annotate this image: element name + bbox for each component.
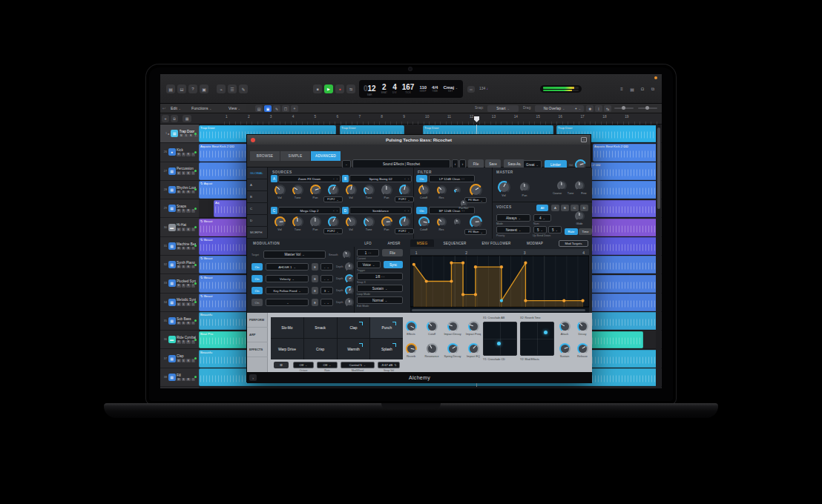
stop-button[interactable]: ■: [313, 84, 322, 93]
record-enable-button[interactable]: R: [186, 209, 191, 213]
mute-button[interactable]: M: [177, 340, 181, 344]
source-name-menu[interactable]: Mega Clap 2‹ ›: [278, 207, 341, 214]
marquee-tool-icon[interactable]: ☐: [282, 105, 289, 112]
track-header[interactable]: 30▬Hi-HatMSRI: [160, 218, 199, 236]
solo-button[interactable]: S: [182, 302, 186, 306]
mseg-current-selector[interactable]: 1‹ ›: [357, 249, 379, 256]
inspector-icon[interactable]: ⊟: [177, 84, 186, 93]
voices-all-button[interactable]: All: [536, 205, 548, 211]
pan-knob[interactable]: [310, 185, 321, 196]
reverb-knob[interactable]: [406, 343, 417, 354]
mod-edit-badge[interactable]: E: [312, 263, 318, 271]
impact-decay-knob[interactable]: [447, 321, 458, 332]
solo-button[interactable]: S: [182, 247, 186, 251]
xy-dot[interactable]: [544, 331, 548, 334]
rail-item-d[interactable]: D: [247, 215, 268, 227]
fx-main-knob[interactable]: [470, 184, 482, 196]
cutoff-knob[interactable]: [427, 321, 438, 332]
mseg-trigger-menu[interactable]: Voice⌄: [357, 261, 381, 268]
source-letter-badge[interactable]: C: [271, 207, 277, 214]
track-header[interactable]: 37▦ClapMSRI: [160, 349, 199, 368]
track-header[interactable]: 27▦PercussionMSRI: [160, 162, 199, 181]
release-knob[interactable]: [577, 343, 588, 354]
input-monitor-button[interactable]: I: [191, 378, 196, 382]
mixer-icon[interactable]: ☰: [228, 84, 237, 93]
record-enable-button[interactable]: R: [186, 322, 191, 325]
filter-type-menu[interactable]: LP 12dB Clean‹ ›: [429, 175, 475, 182]
tune-knob[interactable]: [364, 216, 375, 228]
record-enable-button[interactable]: R: [186, 190, 191, 194]
record-button[interactable]: ●: [335, 84, 344, 93]
tune-knob[interactable]: [292, 185, 303, 196]
mute-button[interactable]: M: [177, 171, 181, 175]
mseg-envelope-editor[interactable]: 1234: [410, 249, 589, 313]
smooth-knob[interactable]: [343, 251, 351, 259]
voice-a-button[interactable]: A: [551, 205, 559, 211]
coarse-knob[interactable]: [557, 181, 567, 190]
metronome-icon[interactable]: ♩: [487, 86, 490, 90]
mute-button[interactable]: M: [177, 265, 181, 269]
mod-targets-button[interactable]: Mod Targets: [559, 240, 588, 247]
solo-button[interactable]: S: [182, 209, 186, 213]
octave-control[interactable]: Off⌄: [293, 362, 314, 368]
list-editors-icon[interactable]: ≡: [617, 84, 626, 93]
record-enable-button[interactable]: R: [189, 134, 194, 138]
xy-dot[interactable]: [497, 342, 501, 345]
key-display[interactable]: Cmaj ⌄ KEY: [443, 85, 458, 93]
menu-functions[interactable]: Functions ⌄: [191, 106, 211, 110]
mod-curve-menu[interactable]: -⌄: [320, 275, 333, 282]
mod-tab-modmap[interactable]: MODMAP: [520, 239, 550, 247]
depth-knob[interactable]: [345, 262, 354, 271]
vertical-zoom-slider[interactable]: [614, 107, 634, 109]
mute-button[interactable]: M: [177, 153, 181, 156]
input-monitor-button[interactable]: I: [191, 247, 196, 251]
transform-pad-punch[interactable]: Punch: [370, 317, 403, 338]
voice-b-button[interactable]: B: [561, 205, 569, 211]
input-monitor-button[interactable]: I: [191, 322, 196, 325]
quick-help-icon[interactable]: ?: [188, 84, 197, 93]
expand-chevron-icon[interactable]: ›: [249, 374, 257, 381]
solo-button[interactable]: S: [182, 340, 186, 344]
solo-button[interactable]: S: [182, 171, 186, 175]
secondary-tool-menu[interactable]: +⌄: [572, 105, 584, 112]
voices-priority-menu[interactable]: Newest⌄: [496, 226, 530, 233]
scrollbar-thumb[interactable]: [657, 127, 660, 209]
voices-num-menu[interactable]: 4⌄: [533, 214, 551, 222]
record-enable-button[interactable]: R: [186, 247, 191, 251]
depth-knob[interactable]: [345, 298, 354, 307]
editors-icon[interactable]: ✎: [239, 84, 248, 93]
filter-on-button[interactable]: On: [416, 207, 427, 214]
region[interactable]: Aquatic Beat Kick.2 ΩΩ: [593, 144, 661, 162]
mute-button[interactable]: M: [177, 209, 181, 213]
mute-button[interactable]: M: [177, 302, 181, 306]
track-header[interactable]: 26●KickMSRI: [160, 143, 199, 162]
transform-pad-smack[interactable]: Smack: [304, 317, 337, 338]
track-header[interactable]: 29▦SnapsMSRI: [160, 199, 199, 218]
mute-button[interactable]: M: [177, 284, 181, 288]
fx-main-knob[interactable]: [470, 216, 482, 228]
perform-settings-button[interactable]: ⚙: [274, 362, 289, 368]
mod-tab-env-follower[interactable]: ENV FOLLOWER: [476, 239, 517, 247]
glide-rate-button[interactable]: Rate: [565, 228, 578, 235]
mute-button[interactable]: M: [177, 322, 181, 325]
record-enable-button[interactable]: R: [186, 171, 191, 175]
lcd-mode-icon[interactable]: ▭: [467, 86, 475, 93]
f1-f2-knob[interactable]: [399, 185, 410, 196]
res-knob[interactable]: [437, 217, 447, 227]
mod-tab-mseg[interactable]: MSEG: [410, 239, 434, 247]
bend-up-menu[interactable]: 5⌄: [533, 226, 547, 233]
input-monitor-button[interactable]: I: [191, 302, 196, 306]
record-enable-button[interactable]: R: [186, 359, 191, 362]
track-header[interactable]: 33▦Plucked SynthMSRI: [160, 274, 199, 293]
record-enable-button[interactable]: R: [186, 153, 191, 156]
param-knob[interactable]: [454, 219, 461, 225]
pan-knob[interactable]: [381, 185, 392, 196]
bend-down-menu[interactable]: 5⌄: [548, 226, 562, 233]
mute-button[interactable]: M: [177, 228, 181, 231]
record-enable-button[interactable]: R: [186, 340, 191, 344]
note-pads-icon[interactable]: ▤: [628, 84, 637, 93]
glide-time-button[interactable]: Time: [579, 228, 592, 235]
plugin-title-bar[interactable]: Pulsing Techno Bass: Ricochet ∞: [247, 135, 591, 145]
mod-curve-menu[interactable]: -⌄: [320, 263, 333, 271]
source-name-menu[interactable]: Zoom FX Down‹ ›: [278, 175, 341, 182]
